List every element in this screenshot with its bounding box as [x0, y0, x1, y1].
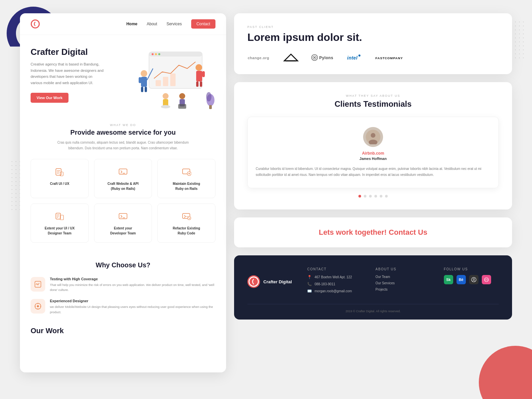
svg-text:.org: .org — [262, 56, 269, 60]
dev-team-icon — [117, 210, 129, 222]
svg-rect-7 — [163, 77, 168, 86]
why-item-desc-1: we deliver Mobile/Website UI design that… — [50, 304, 215, 314]
why-item-title-0: Testing with High Coverage — [50, 277, 215, 281]
testimonial-dot-5[interactable] — [385, 195, 388, 198]
designer-icon — [31, 299, 45, 314]
footer-social-links: Sk Bē — [444, 275, 499, 284]
right-panel: PAST CLIENT Lorem ipsum dolor sit. chang… — [234, 13, 512, 320]
testimonial-dot-2[interactable] — [369, 195, 372, 198]
footer-copyright: 2019 © Crafter Digital. All rights reser… — [247, 304, 499, 313]
left-panel: Home About Services Contact Crafter Digi… — [20, 13, 226, 372]
service-name-5: Refactor Existing Ruby Code — [163, 226, 210, 236]
testimonial-text: Curabitur lobortis id lorem id bibendum.… — [256, 166, 490, 178]
testimonial-dot-3[interactable] — [374, 195, 377, 198]
what-we-do-title: Provide awesome service for you — [31, 129, 215, 136]
nav-link-about[interactable]: About — [147, 22, 157, 26]
nav-link-services[interactable]: Services — [167, 22, 182, 26]
cta-link[interactable]: Contact Us — [389, 228, 427, 236]
what-we-do-section: WHAT WE DO Provide awesome service for y… — [20, 111, 226, 151]
service-card-0: Craft UI / UX — [31, 159, 89, 198]
why-item-desc-0: That will help you minimize the risk of … — [50, 282, 215, 292]
testimonial-author: James Hoffman — [256, 157, 490, 161]
svg-rect-18 — [196, 81, 199, 87]
service-name-2: Maintain Existing Ruby on Rails — [163, 181, 210, 191]
phone-icon: 📞 — [307, 282, 312, 286]
refactor-icon — [181, 210, 193, 222]
client-logo-adidas — [283, 53, 299, 62]
hero-section: Crafter Digital Creative agency that is … — [20, 35, 226, 111]
svg-point-64 — [314, 57, 315, 58]
logo-icon — [31, 19, 40, 29]
what-we-do-description: Cras quis nulla commodo, aliquam lectus … — [57, 140, 190, 151]
footer-social-col: FOLLOW US Sk Bē — [444, 267, 499, 296]
svg-point-4 — [155, 53, 157, 55]
svg-point-5 — [158, 53, 160, 55]
craft-api-icon — [117, 166, 129, 178]
nav-links: Home About Services Contact — [126, 19, 215, 29]
testimonial-card: WHAT THEY SAY ABOUT US Clients Testimoni… — [234, 82, 512, 209]
footer-copyright-text: 2019 © Crafter Digital. All rights reser… — [345, 310, 401, 313]
footer-our-services-link[interactable]: Our Services — [375, 281, 430, 285]
past-client-title: Lorem ipsum dolor sit. — [247, 31, 499, 44]
testimonial-dot-1[interactable] — [364, 195, 366, 198]
svg-point-76 — [484, 278, 488, 282]
footer-email: ✉️ morgan.roob@gmail.com — [307, 289, 362, 293]
testimonial-dot-0[interactable] — [358, 195, 361, 198]
footer-brand: Crafter Digital — [247, 267, 294, 296]
dribbble-icon[interactable] — [482, 275, 491, 284]
svg-point-3 — [152, 53, 154, 55]
footer-contact-title: CONTACT — [307, 267, 362, 271]
svg-rect-28 — [209, 105, 212, 109]
cta-text: Lets work together! Contact Us — [247, 228, 499, 237]
cta-card: Lets work together! Contact Us — [234, 217, 512, 247]
svg-rect-16 — [196, 71, 202, 81]
svg-rect-25 — [178, 104, 186, 109]
svg-point-22 — [161, 105, 170, 108]
hero-cta-button[interactable]: View Our Work — [31, 93, 68, 103]
footer-about-col: ABOUT US Our Team Our Services Projects — [375, 267, 430, 296]
craft-ui-ux-icon — [54, 166, 66, 178]
testimonial-title: Clients Testimonials — [247, 99, 499, 109]
social-icon-0[interactable]: Sk — [444, 275, 453, 284]
service-card-5: Refactor Existing Ruby Code — [157, 203, 215, 243]
svg-point-0 — [31, 20, 39, 28]
testimonial-dots — [247, 195, 499, 198]
client-logo-fastcompany: FAST COMPANY — [375, 54, 405, 62]
svg-rect-14 — [145, 87, 147, 92]
testimonial-company: Airbnb.com — [256, 151, 490, 156]
why-item-text-1: Experienced Designer we deliver Mobile/W… — [50, 299, 215, 314]
past-client-card: PAST CLIENT Lorem ipsum dolor sit. chang… — [234, 13, 512, 74]
client-logo-intel: intel — [346, 54, 363, 62]
footer-projects-link[interactable]: Projects — [375, 288, 430, 291]
service-name-4: Extent your Developor Team — [100, 226, 147, 236]
svg-rect-51 — [35, 281, 41, 287]
svg-marker-60 — [284, 54, 298, 61]
github-icon[interactable] — [469, 275, 478, 284]
service-name-0: Craft UI / UX — [36, 181, 83, 186]
footer-our-team-link[interactable]: Our Team — [375, 275, 430, 279]
nav-link-home[interactable]: Home — [126, 22, 137, 26]
footer-social-title: FOLLOW US — [444, 267, 499, 271]
svg-point-15 — [196, 64, 202, 71]
navigation: Home About Services Contact — [20, 13, 226, 35]
what-we-do-label: WHAT WE DO — [31, 123, 215, 127]
svg-text:intel: intel — [347, 55, 358, 61]
email-icon: ✉️ — [307, 289, 312, 293]
svg-point-20 — [163, 93, 169, 99]
hero-description: Creative agency that is based in Bandung… — [31, 61, 104, 86]
testimonial-dot-4[interactable] — [380, 195, 382, 198]
footer-address: 📍 467 Boehm Well Apt. 122 — [307, 275, 362, 279]
service-card-3: Extent your UI / UX Designer Team — [31, 203, 89, 243]
hero-text: Crafter Digital Creative agency that is … — [31, 47, 126, 103]
svg-point-23 — [179, 93, 185, 99]
service-name-3: Extent your UI / UX Designer Team — [36, 226, 83, 236]
nav-contact-button[interactable]: Contact — [191, 19, 215, 29]
svg-rect-12 — [139, 77, 141, 83]
why-item-text-0: Testing with High Coverage That will hel… — [50, 277, 215, 292]
why-item-1: Experienced Designer we deliver Mobile/W… — [31, 299, 215, 314]
why-choose-us-section: Why Choose Us? Testing with High Coverag… — [20, 251, 226, 321]
svg-point-67 — [358, 55, 360, 57]
why-item-0: Testing with High Coverage That will hel… — [31, 277, 215, 292]
cta-static-text: Lets work together! — [319, 228, 387, 236]
behance-icon[interactable]: Bē — [457, 275, 466, 284]
